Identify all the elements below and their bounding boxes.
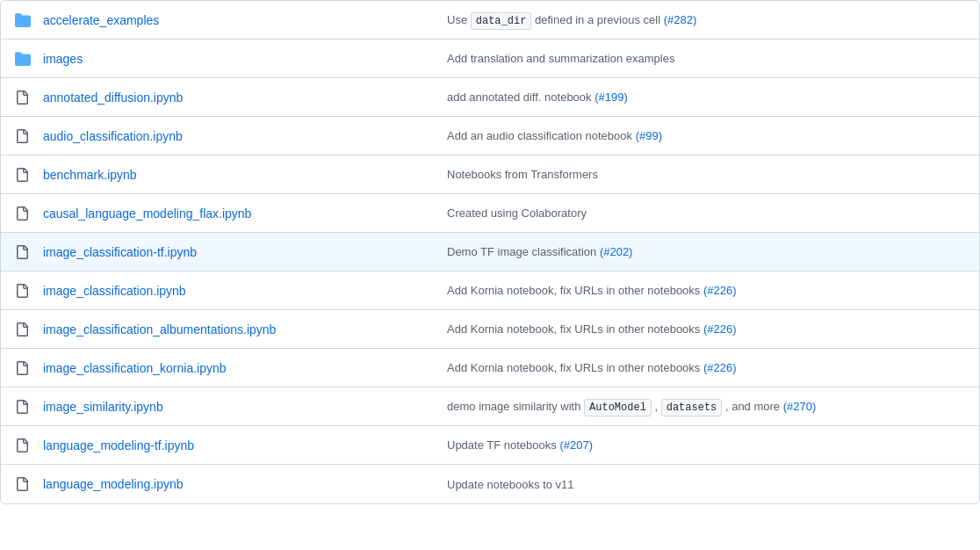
file-name-link[interactable]: causal_language_modeling_flax.ipynb bbox=[43, 206, 251, 221]
commit-message: demo image similarity with AutoModel , d… bbox=[447, 400, 965, 414]
file-name-link[interactable]: benchmark.ipynb bbox=[43, 168, 137, 182]
file-name-link[interactable]: language_modeling-tf.ipynb bbox=[43, 438, 194, 452]
table-row: benchmark.ipynbNotebooks from Transforme… bbox=[1, 156, 979, 194]
file-name-link[interactable]: image_classification_albumentations.ipyn… bbox=[43, 322, 276, 337]
table-row: image_classification_albumentations.ipyn… bbox=[1, 310, 979, 349]
commit-message: add annotated diff. notebook (#199) bbox=[447, 90, 965, 104]
table-row: language_modeling-tf.ipynbUpdate TF note… bbox=[1, 426, 979, 465]
file-name-link[interactable]: images bbox=[43, 52, 83, 66]
commit-message: Use data_dir defined in a previous cell … bbox=[447, 13, 965, 27]
file-icon bbox=[15, 129, 43, 143]
commit-message: Add translation and summarization exampl… bbox=[447, 52, 965, 65]
table-row: causal_language_modeling_flax.ipynbCreat… bbox=[1, 194, 979, 233]
file-icon bbox=[15, 284, 43, 298]
file-name-link[interactable]: image_similarity.ipynb bbox=[43, 400, 163, 414]
commit-message: Created using Colaboratory bbox=[447, 206, 965, 220]
commit-message: Add Kornia notebook, fix URLs in other n… bbox=[447, 361, 965, 374]
file-icon bbox=[15, 168, 43, 182]
file-name-link[interactable]: language_modeling.ipynb bbox=[43, 477, 184, 491]
folder-icon bbox=[15, 51, 43, 67]
file-icon bbox=[15, 438, 43, 452]
commit-message: Notebooks from Transformers bbox=[447, 168, 965, 181]
file-icon bbox=[15, 245, 43, 259]
table-row: imagesAdd translation and summarization … bbox=[1, 40, 979, 78]
file-name-link[interactable]: image_classification_kornia.ipynb bbox=[43, 361, 227, 375]
folder-icon bbox=[15, 12, 43, 28]
file-icon bbox=[15, 206, 43, 221]
file-icon bbox=[15, 400, 43, 414]
file-name-link[interactable]: image_classification.ipynb bbox=[43, 284, 186, 298]
table-row: image_classification-tf.ipynbDemo TF ima… bbox=[1, 233, 979, 271]
file-icon bbox=[15, 477, 43, 491]
file-name-link[interactable]: image_classification-tf.ipynb bbox=[43, 245, 197, 259]
commit-message: Add Kornia notebook, fix URLs in other n… bbox=[447, 322, 965, 336]
table-row: image_similarity.ipynbdemo image similar… bbox=[1, 387, 979, 426]
table-row: image_classification_kornia.ipynbAdd Kor… bbox=[1, 349, 979, 387]
file-name-link[interactable]: audio_classification.ipynb bbox=[43, 129, 183, 143]
table-row: language_modeling.ipynbUpdate notebooks … bbox=[1, 465, 979, 503]
file-icon bbox=[15, 90, 43, 105]
table-row: audio_classification.ipynbAdd an audio c… bbox=[1, 117, 979, 156]
commit-message: Demo TF image classification (#202) bbox=[447, 245, 965, 258]
file-icon bbox=[15, 361, 43, 375]
file-name-link[interactable]: accelerate_examples bbox=[43, 13, 159, 27]
table-row: image_classification.ipynbAdd Kornia not… bbox=[1, 271, 979, 310]
table-row: annotated_diffusion.ipynbadd annotated d… bbox=[1, 78, 979, 117]
commit-message: Update TF notebooks (#207) bbox=[447, 438, 965, 452]
commit-message: Add an audio classification notebook (#9… bbox=[447, 129, 965, 142]
table-row: accelerate_examplesUse data_dir defined … bbox=[1, 1, 979, 40]
file-table: accelerate_examplesUse data_dir defined … bbox=[0, 0, 980, 504]
file-name-link[interactable]: annotated_diffusion.ipynb bbox=[43, 90, 183, 105]
file-icon bbox=[15, 322, 43, 337]
commit-message: Update notebooks to v11 bbox=[447, 478, 965, 491]
commit-message: Add Kornia notebook, fix URLs in other n… bbox=[447, 284, 965, 297]
